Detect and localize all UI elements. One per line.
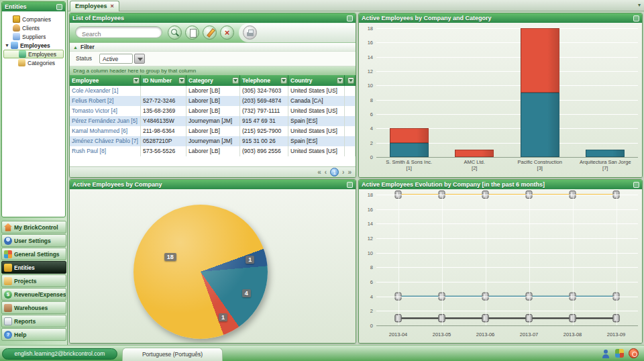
menu-item-general-settings[interactable]: General Settings — [1, 248, 66, 260]
entities-icon — [4, 264, 12, 272]
table-cell: Spain [ES] — [288, 136, 345, 146]
column-header-employee[interactable]: Employee — [70, 75, 141, 86]
last-page-button[interactable]: » — [347, 168, 352, 177]
column-filter-icon[interactable] — [232, 77, 239, 84]
table-cell: 915 47 69 31 — [240, 116, 288, 126]
tree-item-categories[interactable]: Categories — [3, 58, 64, 67]
panel-collapse-icon[interactable] — [347, 182, 353, 188]
table-row[interactable]: Rush Paul [8]573-56-5526Laborer [LB](903… — [70, 146, 356, 156]
filter-collapse-bar[interactable]: ▲ Filter — [70, 43, 356, 52]
pie-value-label: 4 — [242, 289, 251, 297]
table-row[interactable]: Felius Robert [2]527-72-3246Laborer [LB]… — [70, 96, 356, 106]
column-header-category[interactable]: Category — [186, 75, 240, 86]
tree-item-suppliers[interactable]: Suppliers — [3, 32, 64, 41]
delete-button[interactable] — [220, 25, 234, 40]
menu-item-projects[interactable]: Projects — [1, 274, 66, 287]
table-row[interactable]: Kamal Mohammed [6]211-98-6364Laborer [LB… — [70, 126, 356, 136]
table-body: Cole Alexander [1]Laborer [LB](305) 324-… — [70, 86, 356, 156]
tree-item-employees[interactable]: Employees — [3, 50, 64, 58]
panel-collapse-icon[interactable] — [347, 15, 353, 21]
pagination-bar: « ‹ 1 › » — [70, 166, 356, 177]
new-button[interactable] — [185, 25, 199, 40]
tab-employees[interactable]: Employees× — [70, 1, 119, 11]
first-page-button[interactable]: « — [317, 168, 321, 177]
column-header-country[interactable]: Country — [288, 75, 345, 86]
settings-icon — [4, 250, 12, 258]
employee-link[interactable]: Jiménez Chávez Pablo [7] — [70, 136, 141, 146]
employee-link[interactable]: Kamal Mohammed [6] — [70, 126, 141, 136]
search-input[interactable] — [76, 29, 162, 40]
list-panel-title: List of Employees — [72, 13, 124, 23]
table-cell: 135-68-2369 — [141, 106, 186, 116]
prev-page-button[interactable]: ‹ — [325, 168, 327, 177]
tab-close-icon[interactable]: × — [111, 3, 114, 9]
column-filter-icon[interactable] — [337, 77, 343, 84]
gridline — [376, 282, 638, 282]
panel-collapse-icon[interactable] — [633, 15, 639, 21]
grid-filler — [70, 156, 356, 166]
employee-link[interactable]: Pérez Fernández Juan [5] — [70, 116, 141, 126]
tab-list-caret-icon[interactable]: ▾ — [638, 2, 641, 8]
companies-icon — [13, 15, 20, 23]
tree-expander-icon[interactable]: ▼ — [5, 43, 9, 48]
chevron-up-icon: ▲ — [73, 45, 78, 50]
pie-value-label: 1 — [246, 256, 254, 264]
pie-chart-body: 14118 — [70, 189, 356, 343]
tree-item-clients[interactable]: Clients — [3, 23, 64, 32]
y-axis-label: 2 — [370, 308, 373, 314]
menu-item-reports[interactable]: Reports — [1, 315, 66, 327]
bar-segment — [390, 128, 429, 142]
column-filter-icon[interactable] — [280, 77, 287, 84]
tree-item-label: Suppliers — [22, 34, 46, 40]
gridline — [376, 209, 638, 210]
tree-item-employees[interactable]: ▼Employees — [3, 41, 64, 50]
group-by-hint: Drag a column header here to group by th… — [70, 66, 356, 75]
table-cell: Laborer [LB] — [186, 146, 240, 156]
column-header-filler — [345, 75, 356, 86]
employee-link[interactable]: Cole Alexander [1] — [70, 86, 141, 96]
menu-item-user-settings[interactable]: User Settings — [1, 234, 66, 247]
table-row[interactable]: Jiménez Chávez Pablo [7]05287210PJourney… — [70, 136, 356, 146]
panel-collapse-icon[interactable] — [56, 4, 62, 10]
column-filter-icon[interactable] — [347, 77, 354, 84]
column-header-telephone[interactable]: Telephone — [240, 75, 288, 86]
panel-collapse-icon[interactable] — [633, 182, 639, 188]
menu-item-warehouses[interactable]: Warehouses — [1, 301, 66, 314]
menu-item-revenue-expenses[interactable]: Revenue/Expenses — [1, 288, 66, 301]
y-axis-label: 0 — [370, 323, 373, 329]
status-select[interactable]: Active — [99, 54, 133, 64]
table-row[interactable]: Pérez Fernández Juan [5]Y4846135WJourney… — [70, 116, 356, 126]
filter-label: Filter — [80, 44, 95, 50]
language-selector[interactable]: Portuguese (Português) — [122, 348, 223, 361]
y-axis-label: 10 — [368, 83, 373, 89]
table-row[interactable]: Tomasto Victor [4]135-68-2369Laborer [LB… — [70, 106, 356, 116]
tree-item-companies[interactable]: Companies — [3, 15, 64, 23]
x-axis-label: 2013-09 — [580, 331, 643, 338]
table-cell-filler — [345, 106, 356, 116]
column-filter-icon[interactable] — [133, 77, 140, 84]
current-page-button[interactable]: 1 — [330, 168, 339, 176]
employee-link[interactable]: Tomasto Victor [4] — [70, 106, 141, 116]
gridline — [376, 223, 638, 224]
employee-link[interactable]: Rush Paul [8] — [70, 146, 141, 156]
employee-link[interactable]: Felius Robert [2] — [70, 96, 141, 106]
table-cell-filler — [345, 96, 356, 106]
tree-item-label: Clients — [22, 25, 40, 32]
menu-item-my-brickcontrol[interactable]: My BrickControl — [1, 221, 66, 234]
logout-power-icon[interactable] — [629, 348, 639, 358]
edit-button[interactable] — [203, 25, 217, 40]
menu-item-entities[interactable]: Entities — [1, 261, 66, 274]
menu-item-help[interactable]: Help — [1, 328, 66, 341]
status-dropdown-icon[interactable] — [134, 54, 145, 64]
column-filter-icon[interactable] — [178, 77, 185, 84]
vertical-gridline — [529, 195, 530, 325]
table-row[interactable]: Cole Alexander [1]Laborer [LB](305) 324-… — [70, 86, 356, 96]
theme-palette-icon[interactable] — [615, 349, 624, 358]
account-icon[interactable] — [601, 349, 610, 358]
y-axis-label: 10 — [368, 250, 373, 256]
column-header-id-number[interactable]: ID Number — [141, 75, 186, 86]
next-page-button[interactable]: › — [342, 168, 344, 177]
search-button[interactable] — [168, 25, 182, 40]
tree-item-label: Employees — [20, 42, 50, 49]
table-cell: Laborer [LB] — [186, 96, 240, 106]
